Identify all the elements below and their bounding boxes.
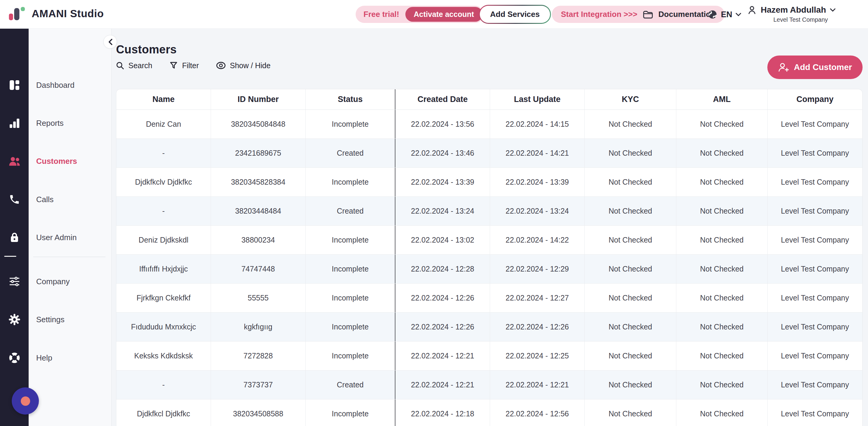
- bar-chart-icon: [8, 117, 21, 129]
- cell-aml: Not Checked: [676, 139, 768, 167]
- sidebar-item-customers[interactable]: Customers: [36, 156, 77, 166]
- cell-aml: Not Checked: [676, 255, 768, 283]
- column-header-aml[interactable]: AML: [676, 89, 768, 110]
- cell-name: -: [116, 139, 211, 167]
- cell-company: Level Test Company: [768, 110, 862, 139]
- filter-button[interactable]: Filter: [169, 61, 199, 70]
- free-trial-pill: Free trial! Activate account: [355, 6, 484, 23]
- sidebar-icon-dashboard[interactable]: [0, 79, 29, 92]
- cell-aml: Not Checked: [676, 110, 768, 139]
- cell-updated: 22.02.2024 - 14:21: [490, 139, 585, 167]
- add-services-button[interactable]: Add Services: [479, 5, 551, 24]
- user-menu[interactable]: Hazem Abdullah Level Test Company: [747, 5, 836, 23]
- column-header-id-number[interactable]: ID Number: [211, 89, 306, 110]
- column-header-name[interactable]: Name: [116, 89, 211, 110]
- cell-name: Keksks Kdkdsksk: [116, 342, 211, 370]
- column-header-last-update[interactable]: Last Update: [490, 89, 585, 110]
- cell-aml: Not Checked: [676, 313, 768, 341]
- sidebar-item-reports[interactable]: Reports: [36, 118, 64, 128]
- cell-updated: 22.02.2024 - 13:24: [490, 197, 585, 225]
- cell-updated: 22.02.2024 - 12:26: [490, 313, 585, 341]
- table-row[interactable]: - 23421689675 Created 22.02.2024 - 13:46…: [116, 139, 862, 168]
- user-company-label: Level Test Company: [773, 16, 828, 23]
- filter-icon: [169, 61, 178, 70]
- cell-created: 22.02.2024 - 13:39: [396, 168, 490, 196]
- cell-status: Incomplete: [306, 168, 396, 196]
- add-customer-label: Add Customer: [794, 62, 852, 72]
- cell-updated: 22.02.2024 - 12:29: [490, 255, 585, 283]
- sidebar-icon-settings[interactable]: [0, 313, 29, 326]
- filter-label[interactable]: Filter: [182, 61, 199, 70]
- cell-status: Incomplete: [306, 342, 396, 370]
- cell-company: Level Test Company: [768, 255, 862, 283]
- table-row[interactable]: Fjrkfkgn Ckekfkf 55555 Incomplete 22.02.…: [116, 284, 862, 313]
- sidebar-icon-company[interactable]: [0, 275, 29, 288]
- sidebar-item-help[interactable]: Help: [36, 353, 52, 363]
- sidebar-item-settings[interactable]: Settings: [36, 314, 64, 324]
- show-hide-label[interactable]: Show / Hide: [230, 61, 271, 70]
- sidebar-item-dashboard[interactable]: Dashboard: [36, 80, 74, 90]
- cell-company: Level Test Company: [768, 399, 862, 426]
- cell-name: Fjrkfkgn Ckekfkf: [116, 284, 211, 312]
- column-header-company[interactable]: Company: [768, 89, 862, 110]
- folder-icon: [643, 10, 653, 19]
- people-icon: [8, 155, 21, 167]
- cell-created: 22.02.2024 - 13:56: [396, 110, 490, 139]
- dashboard-icon: [8, 79, 21, 91]
- cell-name: Fıdududu Mxnxkcjc: [116, 313, 211, 341]
- column-header-status[interactable]: Status: [306, 89, 396, 110]
- column-header-created-date[interactable]: Created Date: [396, 89, 490, 110]
- cell-id: 38800234: [211, 226, 306, 254]
- table-toolbar: Search Filter Show / Hide: [116, 61, 271, 70]
- activate-account-button[interactable]: Activate account: [405, 7, 483, 22]
- chevron-down-icon: [735, 12, 741, 17]
- table-row[interactable]: Deniz Can 3820345084848 Incomplete 22.02…: [116, 110, 862, 139]
- cell-aml: Not Checked: [676, 399, 768, 426]
- cell-name: Djdkfkcl Djdkfkc: [116, 399, 211, 426]
- cell-name: Iffııfıffı Hxjdxjjc: [116, 255, 211, 283]
- cell-created: 22.02.2024 - 13:02: [396, 226, 490, 254]
- table-row[interactable]: - 38203448484 Created 22.02.2024 - 13:24…: [116, 197, 862, 226]
- language-code[interactable]: EN: [721, 10, 733, 19]
- table-row[interactable]: Djdkfkclv Djdkfkc 3820345828384 Incomple…: [116, 168, 862, 197]
- show-hide-button[interactable]: Show / Hide: [216, 61, 271, 70]
- chat-widget-button[interactable]: [12, 388, 39, 415]
- search-button[interactable]: Search: [116, 61, 152, 70]
- cell-aml: Not Checked: [676, 342, 768, 370]
- sidebar-item-calls[interactable]: Calls: [36, 194, 54, 204]
- sidebar-item-company[interactable]: Company: [36, 276, 70, 287]
- app-logo: AMANI Studio: [8, 4, 104, 23]
- person-plus-icon: [778, 62, 789, 73]
- cell-company: Level Test Company: [768, 342, 862, 370]
- column-header-kyc[interactable]: KYC: [585, 89, 676, 110]
- language-selector[interactable]: EN: [707, 7, 741, 22]
- start-integration-label[interactable]: Start Integration >>>: [561, 10, 638, 19]
- sidebar-icon-customers[interactable]: [0, 154, 29, 168]
- sidebar-icon-user-admin[interactable]: [0, 231, 29, 244]
- cell-updated: 22.02.2024 - 14:15: [490, 110, 585, 139]
- add-customer-button[interactable]: Add Customer: [767, 56, 863, 79]
- chevron-left-icon: [108, 38, 113, 45]
- table-row[interactable]: Keksks Kdkdsksk 7272828 Incomplete 22.02…: [116, 342, 862, 370]
- cell-updated: 22.02.2024 - 12:27: [490, 284, 585, 312]
- search-label[interactable]: Search: [128, 61, 152, 70]
- start-integration-pill[interactable]: Start Integration >>> Documentation: [552, 6, 724, 23]
- sidebar-icon-reports[interactable]: [0, 116, 29, 130]
- table-row[interactable]: - 7373737 Created 22.02.2024 - 12:21 22.…: [116, 370, 862, 399]
- user-name[interactable]: Hazem Abdullah: [761, 5, 826, 15]
- table-row[interactable]: Iffııfıffı Hxjdxjjc 74747448 Incomplete …: [116, 255, 862, 284]
- table-row[interactable]: Fıdududu Mxnxkcjc kgkfıgııg Incomplete 2…: [116, 313, 862, 342]
- cell-updated: 22.02.2024 - 12:56: [490, 399, 585, 426]
- cell-status: Created: [306, 370, 396, 399]
- sidebar-icon-calls[interactable]: [0, 193, 29, 206]
- sidebar-collapse-button[interactable]: [103, 35, 117, 49]
- table-row[interactable]: Deniz Djdkskdl 38800234 Incomplete 22.02…: [116, 226, 862, 255]
- cell-name: -: [116, 370, 211, 399]
- cell-kyc: Not Checked: [585, 399, 676, 426]
- cell-created: 22.02.2024 - 13:24: [396, 197, 490, 225]
- sidebar-icon-help[interactable]: [0, 351, 29, 365]
- sidebar-item-user-admin[interactable]: User Admin: [36, 232, 76, 243]
- cell-aml: Not Checked: [676, 226, 768, 254]
- table-row[interactable]: Djdkfkcl Djdkfkc 382034508588 Incomplete…: [116, 399, 862, 426]
- cell-aml: Not Checked: [676, 284, 768, 312]
